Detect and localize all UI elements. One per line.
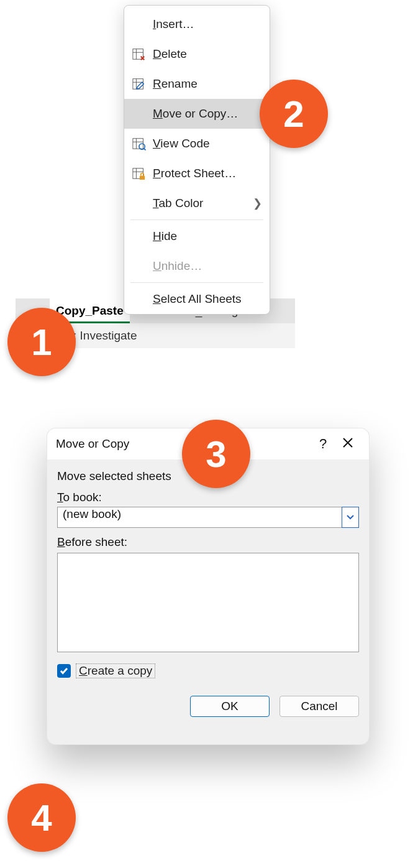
create-copy-checkbox[interactable]	[57, 664, 71, 678]
dropdown-button[interactable]	[342, 507, 359, 528]
menu-insert[interactable]: Insert…	[124, 9, 270, 39]
sheet-context-menu: Insert… Delete Rename Move or Copy… View…	[124, 5, 270, 315]
create-copy-label: Create a copy	[76, 663, 155, 678]
annotation-badge-3: 3	[182, 420, 250, 488]
menu-tab-color[interactable]: Tab Color ❯	[124, 188, 270, 218]
delete-sheet-icon	[130, 47, 148, 62]
menu-unhide: Unhide…	[124, 251, 270, 281]
ok-button[interactable]: OK	[190, 696, 270, 717]
to-book-select[interactable]: (new book)	[57, 507, 359, 528]
close-button[interactable]	[335, 436, 360, 452]
before-sheet-listbox[interactable]	[57, 553, 359, 652]
menu-view-code[interactable]: View Code	[124, 129, 270, 159]
rename-sheet-icon	[130, 76, 148, 91]
cancel-button[interactable]: Cancel	[279, 696, 359, 717]
blank-icon	[130, 17, 148, 32]
close-icon	[342, 437, 353, 448]
to-book-label: To book:	[57, 491, 359, 504]
menu-hide[interactable]: Hide	[124, 221, 270, 251]
annotation-badge-2: 2	[260, 80, 328, 148]
to-book-value: (new book)	[57, 507, 359, 528]
help-button[interactable]: ?	[311, 436, 335, 452]
before-sheet-label: Before sheet:	[57, 535, 359, 549]
blank-icon	[130, 229, 148, 244]
chevron-down-icon	[347, 514, 354, 521]
check-icon	[60, 667, 68, 675]
view-code-icon	[130, 136, 148, 151]
protect-sheet-icon	[130, 166, 148, 181]
svg-rect-5	[140, 176, 145, 180]
chevron-right-icon: ❯	[253, 196, 262, 210]
annotation-badge-4: 4	[7, 783, 76, 852]
blank-icon	[130, 292, 148, 307]
blank-icon	[130, 196, 148, 211]
menu-rename[interactable]: Rename	[124, 69, 270, 99]
blank-icon	[130, 106, 148, 121]
menu-separator	[130, 219, 263, 220]
annotation-badge-1: 1	[7, 308, 76, 376]
menu-select-all-sheets[interactable]: Select All Sheets	[124, 284, 270, 314]
menu-delete[interactable]: Delete	[124, 39, 270, 69]
menu-separator	[130, 282, 263, 283]
menu-protect-sheet[interactable]: Protect Sheet…	[124, 159, 270, 188]
blank-icon	[130, 259, 148, 274]
menu-move-or-copy[interactable]: Move or Copy…	[124, 99, 270, 129]
